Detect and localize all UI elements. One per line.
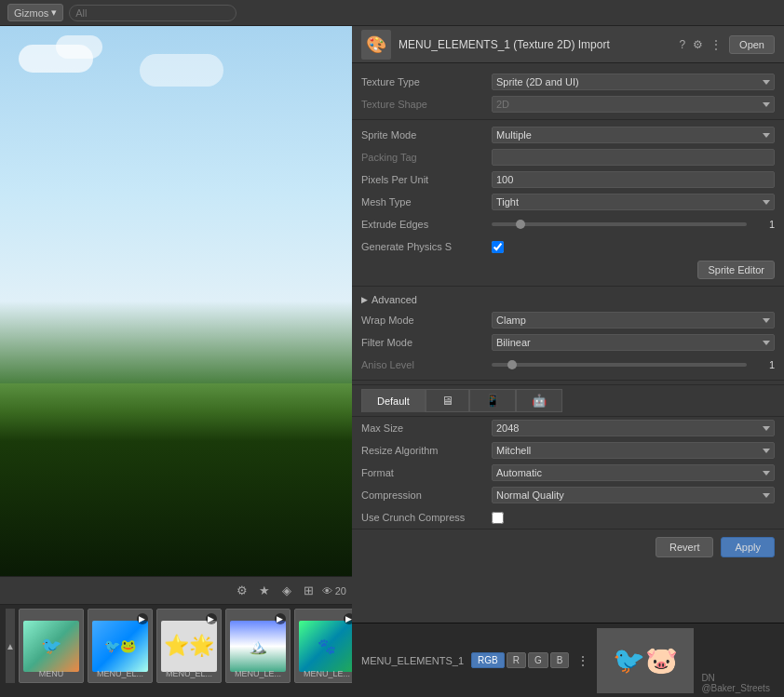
tab-desktop[interactable]: 🖥 xyxy=(426,389,469,412)
aniso-level-row: Aniso Level 1 xyxy=(352,354,784,376)
texture-type-value: Sprite (2D and UI) xyxy=(492,74,775,90)
tab-mobile[interactable]: 📱 xyxy=(469,389,516,412)
generate-physics-checkbox[interactable] xyxy=(492,241,504,253)
sprite-preview-content: 🐦🐷 xyxy=(613,645,678,676)
asset-thumbnail: 🏔️ xyxy=(230,621,286,672)
settings-icon[interactable]: ⚙ xyxy=(693,38,703,51)
b-button[interactable]: B xyxy=(550,652,570,668)
count-value: 20 xyxy=(335,585,346,596)
use-crunch-checkbox[interactable] xyxy=(492,512,504,524)
list-item[interactable]: 🐾 ▶ MENU_LE... xyxy=(294,609,352,683)
inspector-header: 🎨 MENU_ELEMENTS_1 (Texture 2D) Import ? … xyxy=(352,26,784,63)
compression-label: Compression xyxy=(361,489,492,501)
list-item[interactable]: ⭐🌟 ▶ MENU_EL... xyxy=(156,609,222,683)
g-button[interactable]: G xyxy=(528,652,548,668)
extrude-edges-number: 1 xyxy=(752,219,775,230)
more-icon[interactable]: ⋮ xyxy=(576,653,589,668)
chevron-down-icon: ▾ xyxy=(51,7,57,19)
max-size-label: Max Size xyxy=(361,422,492,434)
inspector-image-bar: MENU_ELEMENTS_1 RGB R G B ⋮ 🐦🐷 DN @Baker… xyxy=(352,623,784,697)
sprite-mode-select[interactable]: Multiple xyxy=(492,127,775,143)
aniso-level-slider[interactable] xyxy=(492,363,747,367)
sprite-editor-row: Sprite Editor xyxy=(352,258,784,282)
asset-thumbnail: 🐾 xyxy=(299,621,352,672)
play-icon: ▶ xyxy=(137,613,148,624)
mesh-type-select[interactable]: Tight xyxy=(492,194,775,210)
main-layout: ⚙ ★ ◈ ⊞ 👁 20 ▲ 🐦 MENU 🐦🐸 xyxy=(0,26,784,697)
compression-select[interactable]: Normal Quality xyxy=(492,487,775,503)
generate-physics-row: Generate Physics S xyxy=(352,235,784,258)
asset-thumbnail: ⭐🌟 xyxy=(161,621,217,672)
texture-type-label: Texture Type xyxy=(361,76,492,87)
texture-type-select[interactable]: Sprite (2D and UI) xyxy=(492,74,775,90)
extrude-edges-slider[interactable] xyxy=(492,222,747,226)
asset-thumbnail: 🐦 xyxy=(23,621,79,672)
list-item[interactable]: 🐦 MENU xyxy=(19,609,84,683)
texture-icon: 🎨 xyxy=(361,30,391,60)
extrude-edges-row: Extrude Edges 1 xyxy=(352,213,784,235)
texture-shape-value: 2D xyxy=(492,96,775,113)
sprite-editor-button[interactable]: Sprite Editor xyxy=(697,261,775,279)
layer-icon[interactable]: ⊞ xyxy=(300,583,318,597)
scroll-up-button[interactable]: ▲ xyxy=(6,609,15,683)
resize-algo-row: Resize Algorithm Mitchell xyxy=(352,439,784,462)
divider-3 xyxy=(352,380,784,381)
filter-mode-value: Bilinear xyxy=(492,334,775,351)
sprite-mode-row: Sprite Mode Multiple xyxy=(352,124,784,146)
use-crunch-value xyxy=(492,512,775,524)
mesh-type-value: Tight xyxy=(492,194,775,210)
pixels-per-unit-input[interactable] xyxy=(492,171,775,188)
generate-physics-value xyxy=(492,241,775,253)
advanced-label: Advanced xyxy=(372,294,417,305)
more-icon[interactable]: ⋮ xyxy=(710,38,722,51)
help-icon[interactable]: ? xyxy=(679,38,685,51)
open-button[interactable]: Open xyxy=(729,35,775,54)
monitor-icon: 🖥 xyxy=(441,394,453,408)
search-input[interactable] xyxy=(69,5,237,21)
gizmos-label: Gizmos xyxy=(14,7,48,19)
aniso-level-label: Aniso Level xyxy=(361,359,492,370)
rgb-button[interactable]: RGB xyxy=(471,652,505,668)
texture-shape-select[interactable]: 2D xyxy=(492,96,775,113)
star-icon[interactable]: ★ xyxy=(255,583,274,597)
play-icon: ▶ xyxy=(206,613,217,624)
filter-icon[interactable]: ◈ xyxy=(277,583,296,597)
sprite-mode-value: Multiple xyxy=(492,127,775,143)
image-filename: MENU_ELEMENTS_1 xyxy=(361,655,464,666)
list-item[interactable]: 🏔️ ▶ MENU_LE... xyxy=(225,609,291,683)
format-select[interactable]: Automatic xyxy=(492,464,775,481)
wrap-mode-value: Clamp xyxy=(492,312,775,328)
pixels-per-unit-value xyxy=(492,171,775,188)
packing-tag-input[interactable] xyxy=(492,149,775,166)
wrap-mode-select[interactable]: Clamp xyxy=(492,312,775,328)
advanced-section-header[interactable]: ▶ Advanced xyxy=(352,290,784,309)
aniso-level-value: 1 xyxy=(492,359,775,370)
list-item[interactable]: 🐦🐸 ▶ MENU_EL... xyxy=(88,609,153,683)
revert-button[interactable]: Revert xyxy=(656,537,713,557)
cloud-3 xyxy=(140,54,223,87)
filter-mode-select[interactable]: Bilinear xyxy=(492,334,775,351)
r-button[interactable]: R xyxy=(507,652,526,668)
divider-2 xyxy=(352,286,784,287)
wrap-mode-row: Wrap Mode Clamp xyxy=(352,309,784,331)
gizmos-button[interactable]: Gizmos ▾ xyxy=(7,4,63,21)
tab-android[interactable]: 🤖 xyxy=(516,389,562,412)
max-size-select[interactable]: 2048 xyxy=(492,420,775,436)
collapse-arrow-icon: ▶ xyxy=(361,295,368,304)
asset-label: MENU_LE... xyxy=(295,667,352,680)
wrap-mode-label: Wrap Mode xyxy=(361,315,492,326)
watermark: DN @Baker_Streets xyxy=(701,673,775,697)
apply-button[interactable]: Apply xyxy=(721,537,775,557)
cloud-2 xyxy=(56,35,102,59)
resize-algo-select[interactable]: Mitchell xyxy=(492,442,775,459)
asset-label: MENU_LE... xyxy=(226,667,290,680)
use-crunch-label: Use Crunch Compress xyxy=(361,512,492,523)
mesh-type-row: Mesh Type Tight xyxy=(352,191,784,213)
texture-shape-label: Texture Shape xyxy=(361,99,492,110)
asset-label: MENU_EL... xyxy=(88,667,152,680)
settings-icon[interactable]: ⚙ xyxy=(233,583,251,597)
use-crunch-row: Use Crunch Compress xyxy=(352,506,784,529)
tab-default[interactable]: Default xyxy=(361,389,426,412)
packing-tag-value xyxy=(492,149,775,166)
compression-row: Compression Normal Quality xyxy=(352,484,784,506)
